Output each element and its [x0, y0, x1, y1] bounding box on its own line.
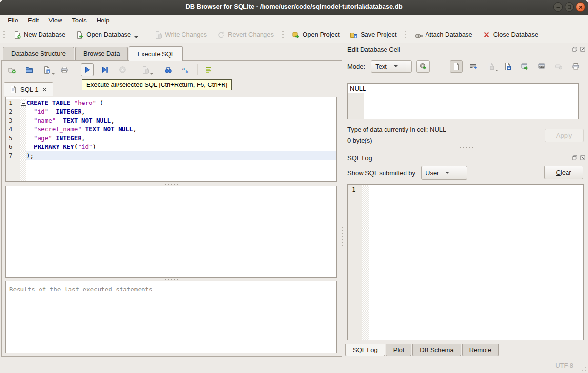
link-icon	[538, 62, 546, 70]
dock-tab-db-schema[interactable]: DB Schema	[412, 344, 461, 356]
new-database-button[interactable]: New Database	[10, 29, 69, 41]
write-changes-button: Write Changes	[151, 29, 210, 41]
float-dock-icon[interactable]	[572, 155, 578, 161]
dock-panels: Edit Database Cell Mode: Text NULL Type …	[345, 45, 588, 358]
chevron-down-icon	[394, 65, 398, 67]
fold-margin[interactable]	[20, 99, 26, 107]
code-line-6: 6 PRIMARY KEY("id")	[6, 143, 336, 151]
close-dock-icon[interactable]	[580, 155, 586, 161]
write-changes-icon	[154, 31, 162, 39]
set-null-button	[552, 60, 565, 73]
save-results-icon	[142, 66, 149, 74]
line-number: 2	[6, 107, 20, 116]
stop-icon	[119, 66, 126, 74]
execute-line-button[interactable]	[99, 63, 111, 76]
dock-tab-bar: SQL LogPlotDB SchemaRemote	[345, 344, 499, 357]
window-controls	[553, 2, 585, 12]
code-line-empty	[6, 160, 336, 181]
find-replace-button[interactable]	[162, 63, 175, 76]
chevron-down-icon	[52, 73, 55, 75]
tab-database-structure[interactable]: Database Structure	[3, 47, 74, 60]
resize-grip[interactable]	[581, 366, 586, 371]
menu-help[interactable]: Help	[92, 16, 115, 25]
close-dock-icon[interactable]	[580, 46, 586, 52]
line-number: 6	[6, 143, 20, 151]
cell-content: NULL	[350, 85, 366, 92]
tab-browse-data[interactable]: Browse Data	[75, 47, 128, 60]
sql-document-tab[interactable]: SQL 1	[4, 82, 53, 96]
cell-editor-gutter	[348, 93, 364, 119]
text-doc-button[interactable]	[450, 60, 463, 73]
clear-button[interactable]: Clear	[544, 166, 583, 179]
toolbar-grip[interactable]	[405, 30, 406, 40]
sql-log-filter-row: Show SQL submitted by User Clear	[347, 166, 583, 180]
float-dock-icon[interactable]	[572, 46, 578, 52]
revert-changes-button: Revert Changes	[214, 29, 277, 41]
execute-sql-panel: Database StructureBrowse DataExecute SQL…	[1, 46, 343, 358]
print-icon	[572, 62, 580, 70]
save-project-button[interactable]: Save Project	[346, 29, 400, 41]
sql-code-editor[interactable]: 1CREATE TABLE "hero" (2 "id" INTEGER,3 "…	[5, 97, 337, 182]
dock-tab-plot[interactable]: Plot	[386, 344, 411, 356]
word-wrap-button[interactable]	[467, 60, 480, 73]
menu-tools[interactable]: Tools	[67, 16, 91, 25]
sql-log-editor[interactable]: 1	[347, 184, 584, 340]
line-number: 1	[6, 99, 20, 107]
dock-splitter-handle[interactable]	[345, 146, 588, 149]
open-database-icon	[76, 31, 83, 39]
apply-settings-button[interactable]	[416, 60, 430, 73]
maximize-button[interactable]	[565, 2, 574, 12]
open-project-button[interactable]: Open Project	[288, 29, 343, 41]
attach-database-icon	[415, 31, 423, 39]
menu-file[interactable]: File	[3, 16, 23, 25]
new-tab-button[interactable]	[5, 63, 18, 76]
encoding-indicator: UTF-8	[555, 362, 573, 369]
external-app-button[interactable]	[518, 60, 531, 73]
open-sql-file-button[interactable]	[23, 63, 36, 76]
toolbar-grip[interactable]	[3, 30, 5, 40]
format-icon	[205, 66, 213, 74]
log-fold-margin	[362, 185, 369, 340]
print-button[interactable]	[569, 60, 582, 73]
revert-changes-icon	[217, 31, 225, 39]
link-button[interactable]	[535, 60, 548, 73]
format-button[interactable]	[203, 63, 215, 76]
submitted-by-select[interactable]: User	[421, 166, 467, 180]
attach-database-button[interactable]: Attach Database	[411, 29, 476, 41]
save-sql-file-icon	[43, 66, 51, 74]
code-line-1: 1CREATE TABLE "hero" (	[6, 99, 336, 107]
toolbar-separator	[157, 64, 157, 75]
sql-doc-tabbar: SQL 1	[4, 82, 53, 97]
open-database-button[interactable]: Open Database	[72, 29, 142, 41]
tab-execute-sql[interactable]: Execute SQL	[129, 46, 183, 61]
line-number: 7	[6, 151, 20, 160]
save-sql-file-button[interactable]	[41, 63, 53, 76]
execute-all-button[interactable]	[81, 63, 94, 76]
menu-view[interactable]: View	[43, 16, 67, 25]
menu-edit[interactable]: Edit	[23, 16, 43, 25]
close-database-button[interactable]: Close Database	[479, 29, 542, 41]
chevron-down-icon	[495, 70, 498, 71]
splitter-handle[interactable]	[2, 278, 342, 280]
code-line-2: 2 "id" INTEGER,	[6, 107, 336, 116]
sql-toolbar: ab	[5, 62, 215, 77]
save-as-button[interactable]	[501, 60, 514, 73]
cell-editor[interactable]: NULL	[347, 83, 579, 119]
minimize-button[interactable]	[553, 2, 563, 12]
splitter-handle[interactable]	[2, 183, 342, 185]
mode-select[interactable]: Text	[371, 60, 412, 73]
print-button[interactable]	[58, 63, 71, 76]
toolbar-separator	[76, 64, 76, 75]
close-sql-tab-icon[interactable]	[41, 86, 48, 93]
titlebar[interactable]: DB Browser for SQLite - /home/user/code/…	[0, 0, 588, 15]
execute-sql-frame: ab SQL 1 1CREATE TABLE "hero" (2 "id" IN…	[1, 60, 342, 357]
autocomplete-button[interactable]: ab	[180, 63, 192, 76]
execute-all-icon	[83, 66, 91, 74]
toolbar-grip[interactable]	[282, 30, 284, 40]
panel-splitter-handle[interactable]	[342, 227, 343, 248]
edit-cell-title: Edit Database Cell	[347, 46, 400, 53]
dock-tab-sql-log[interactable]: SQL Log	[345, 344, 385, 356]
dock-tab-remote[interactable]: Remote	[462, 344, 499, 356]
import-button	[484, 60, 497, 73]
close-button[interactable]	[576, 2, 585, 12]
